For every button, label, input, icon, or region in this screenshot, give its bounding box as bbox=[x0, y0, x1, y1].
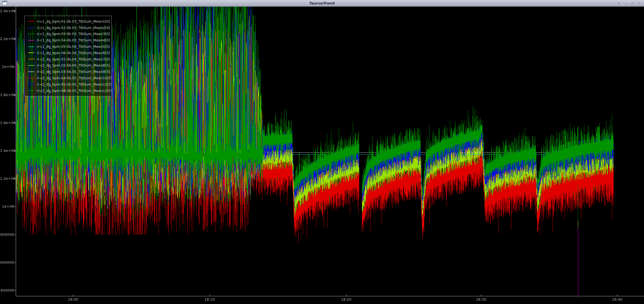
legend-color-swatch bbox=[28, 59, 34, 59]
window-title: TaurusTrend bbox=[0, 1, 644, 5]
x-tick-label: 18:40 bbox=[609, 297, 625, 302]
x-tick-label: 18:00 bbox=[65, 297, 81, 302]
legend-color-swatch bbox=[28, 78, 34, 78]
legend-color-swatch bbox=[28, 65, 34, 66]
legend-color-swatch bbox=[28, 34, 34, 34]
legend-item[interactable]: ri-c1_dg_bpm.02-lib.03_TbtSum_Mean2[0] bbox=[25, 25, 111, 31]
legend-item[interactable]: ri-c2_dg_bpm.04-lib.05_TbtSum_Mean10[0] bbox=[25, 75, 111, 81]
x-tick-label: 18:30 bbox=[473, 297, 489, 302]
legend-color-swatch bbox=[28, 90, 34, 91]
y-tick-label: 400000 bbox=[0, 288, 14, 292]
legend-label: ri-c1_dg_bpm.01-lib.03_TbtSum_Mean1[0] bbox=[37, 19, 110, 23]
legend-item[interactable]: ri-c1_dg_bpm.06-lib.04_TbtSum_Mean6[0] bbox=[25, 50, 111, 56]
legend-label: ri-c1_dg_bpm.04-lib.03_TbtSum_Mean4[0] bbox=[37, 38, 110, 42]
legend-label: ri-c2_dg_bpm.03-lib.05_TbtSum_Mean9[0] bbox=[37, 70, 110, 74]
legend-item[interactable]: ri-c1_dg_bpm.04-lib.03_TbtSum_Mean4[0] bbox=[25, 37, 111, 43]
y-tick-label: 2e+06 bbox=[0, 65, 14, 69]
legend-label: ri-c1_dg_bpm.05-lib.04_TbtSum_Mean5[0] bbox=[37, 44, 110, 49]
legend-item[interactable]: ri-c1_dg_bpm.03-lib.03_TbtSum_Mean3[0] bbox=[25, 31, 111, 37]
legend-item[interactable]: ri-c1_dg_bpm.05-lib.04_TbtSum_Mean5[0] bbox=[25, 43, 111, 50]
plot-legend[interactable]: ri-c1_dg_bpm.01-lib.03_TbtSum_Mean1[0] r… bbox=[24, 16, 112, 96]
legend-item[interactable]: ri-c2_dg_bpm.02-lib.04_TbtSum_Mean8[0] bbox=[25, 62, 111, 69]
shade-button[interactable]: ↑ bbox=[617, 1, 621, 6]
y-tick-label: 1e+06 bbox=[0, 204, 14, 208]
y-tick-label: 1.8e+06 bbox=[0, 93, 14, 97]
legend-label: ri-c2_dg_bpm.05-lib.05_TbtSum_Mean11[0] bbox=[37, 82, 112, 86]
legend-item[interactable]: ri-c2_dg_bpm.06-lib.05_TbtSum_Mean12[0] bbox=[25, 88, 111, 94]
y-tick-label: 2.4e+06 bbox=[0, 9, 14, 13]
maximize-button[interactable]: ▢ bbox=[630, 1, 635, 6]
x-tick-label: 18:20 bbox=[338, 297, 354, 302]
legend-color-swatch bbox=[28, 84, 34, 84]
legend-color-swatch bbox=[28, 46, 34, 47]
legend-label: ri-c1_dg_bpm.03-lib.03_TbtSum_Mean3[0] bbox=[37, 32, 110, 36]
legend-label: ri-c2_dg_bpm.01-lib.04_TbtSum_Mean7[0] bbox=[37, 57, 110, 61]
legend-color-swatch bbox=[28, 27, 34, 28]
legend-item[interactable]: ri-c2_dg_bpm.03-lib.05_TbtSum_Mean9[0] bbox=[25, 68, 111, 75]
y-tick-label: 600000 bbox=[0, 260, 14, 265]
legend-label: ri-c2_dg_bpm.04-lib.05_TbtSum_Mean10[0] bbox=[37, 76, 112, 80]
y-tick-label: 1.6e+06 bbox=[0, 121, 14, 125]
legend-color-swatch bbox=[28, 72, 34, 72]
legend-item[interactable]: ri-c1_dg_bpm.01-lib.03_TbtSum_Mean1[0] bbox=[25, 18, 111, 25]
legend-item[interactable]: ri-c2_dg_bpm.01-lib.04_TbtSum_Mean7[0] bbox=[25, 56, 111, 62]
legend-label: ri-c1_dg_bpm.02-lib.03_TbtSum_Mean2[0] bbox=[37, 26, 110, 30]
legend-color-swatch bbox=[28, 21, 34, 22]
title-bar[interactable]: TaurusTrend ↑ – ▢ ✕ bbox=[0, 0, 644, 7]
close-button[interactable]: ✕ bbox=[637, 1, 642, 6]
legend-color-swatch bbox=[28, 52, 34, 53]
minimize-button[interactable]: – bbox=[624, 1, 628, 6]
legend-label: ri-c2_dg_bpm.02-lib.04_TbtSum_Mean8[0] bbox=[37, 63, 110, 67]
legend-color-swatch bbox=[28, 40, 34, 41]
taurustrend-window: 2.4e+06 2.2e+06 2e+06 1.8e+06 1.6e+06 1.… bbox=[0, 0, 644, 304]
y-tick-label: 1.4e+06 bbox=[0, 149, 14, 153]
legend-item[interactable]: ri-c2_dg_bpm.05-lib.05_TbtSum_Mean11[0] bbox=[25, 81, 111, 88]
x-tick-label: 18:10 bbox=[201, 297, 218, 302]
y-tick-label: 1.2e+06 bbox=[0, 176, 14, 181]
y-tick-label: 2.2e+06 bbox=[0, 37, 14, 41]
legend-label: ri-c1_dg_bpm.06-lib.04_TbtSum_Mean6[0] bbox=[37, 51, 110, 55]
y-tick-label: 800000 bbox=[0, 232, 14, 237]
legend-label: ri-c2_dg_bpm.06-lib.05_TbtSum_Mean12[0] bbox=[37, 89, 112, 93]
